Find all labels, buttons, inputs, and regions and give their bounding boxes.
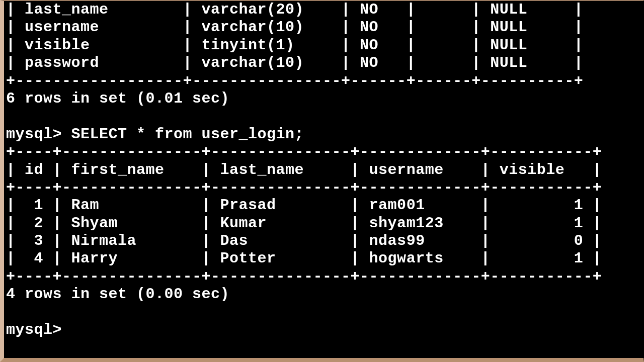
- terminal-output: | last_name | varchar(20) | NO | | NULL …: [6, 1, 643, 339]
- terminal-window[interactable]: | last_name | varchar(20) | NO | | NULL …: [0, 0, 644, 362]
